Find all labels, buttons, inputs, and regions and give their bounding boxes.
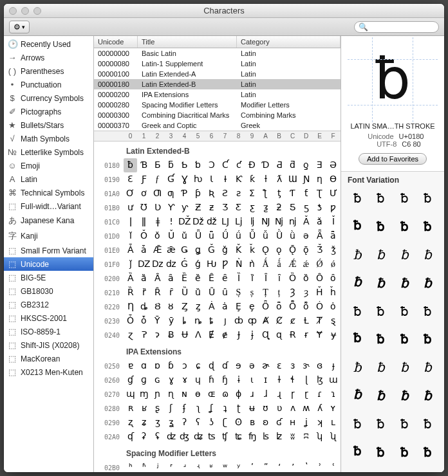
character-cell[interactable]: ɮ [313, 373, 326, 387]
font-variation-item[interactable]: ƀ [348, 218, 368, 240]
character-cell[interactable]: ʎ [313, 401, 326, 416]
character-cell[interactable]: ʵ [191, 461, 205, 472]
font-variation-item[interactable]: ƀ [348, 416, 368, 437]
character-cell[interactable]: Ȫ [259, 300, 272, 314]
character-cell[interactable]: ɗ [218, 359, 232, 373]
character-cell[interactable]: ȣ [164, 300, 178, 314]
character-cell[interactable]: ʮ [313, 430, 326, 444]
font-variation-item[interactable]: ƀ [395, 275, 415, 297]
character-cell[interactable]: ɶ [205, 387, 218, 401]
character-cell[interactable]: ɳ [164, 387, 178, 401]
character-cell[interactable]: Ȗ [205, 286, 218, 300]
character-cell[interactable]: Ə [326, 158, 340, 172]
character-cell[interactable]: Ⱦ [313, 314, 326, 328]
character-cell[interactable]: ɿ [326, 387, 340, 401]
character-cell[interactable]: ʪ [259, 430, 272, 444]
character-cell[interactable]: ǧ [218, 243, 232, 257]
character-cell[interactable]: ʲ [151, 461, 164, 472]
character-cell[interactable]: Ȯ [313, 300, 326, 314]
character-cell[interactable]: ʒ [151, 416, 164, 430]
character-cell[interactable]: ʖ [205, 416, 218, 430]
character-cell[interactable]: ʴ [178, 461, 191, 472]
character-cell[interactable]: ƪ [259, 187, 272, 201]
character-cell[interactable]: ɞ [313, 359, 326, 373]
character-cell[interactable]: ȝ [299, 286, 313, 300]
character-cell[interactable]: ȓ [164, 286, 178, 300]
character-cell[interactable]: Ƽ [286, 201, 299, 215]
character-cell[interactable]: ɕ [191, 359, 205, 373]
character-cell[interactable]: Ȁ [124, 271, 137, 286]
character-cell[interactable]: Ƀ [164, 328, 178, 342]
font-variation-item[interactable]: ƀ [418, 218, 438, 240]
character-cell[interactable]: ǁ [137, 215, 151, 229]
character-cell[interactable]: ȿ [326, 314, 340, 328]
character-cell[interactable]: ƨ [232, 187, 245, 201]
character-cell[interactable]: Ǟ [313, 229, 326, 243]
character-cell[interactable]: ɾ [313, 387, 326, 401]
table-row[interactable]: 00000000Basic LatinLatin [94, 48, 341, 59]
character-cell[interactable]: ʋ [272, 401, 286, 416]
font-variation-item[interactable]: ƀ [371, 331, 391, 352]
character-cell[interactable]: Ɩ [205, 172, 218, 187]
font-variation-item[interactable]: ƀ [395, 416, 415, 437]
font-variation-item[interactable]: ƀ [371, 246, 391, 268]
sidebar-item[interactable]: ⬚Shift-JIS (X0208) [4, 338, 93, 352]
character-cell[interactable]: ɬ [286, 373, 299, 387]
character-cell[interactable]: Ȓ [151, 286, 164, 300]
character-cell[interactable]: ɍ [299, 328, 313, 342]
character-cell[interactable]: ɷ [218, 387, 232, 401]
character-cell[interactable]: ʶ [205, 461, 218, 472]
character-cell[interactable]: Ɔ [205, 158, 218, 172]
character-cell[interactable]: Ǡ [124, 243, 137, 257]
character-cell[interactable]: ʁ [137, 401, 151, 416]
sidebar-item[interactable]: •Punctuation [4, 78, 93, 91]
character-cell[interactable]: ɇ [218, 328, 232, 342]
table-row[interactable]: 00000180Latin Extended-BLatin [94, 79, 341, 89]
sidebar-item[interactable]: ⬚MacKorean [4, 352, 93, 365]
character-cell[interactable]: Ƴ [164, 201, 178, 215]
character-cell[interactable]: ǲ [151, 257, 164, 271]
character-cell[interactable]: Ʉ [178, 328, 191, 342]
character-cell[interactable]: ɐ [124, 359, 137, 373]
character-cell[interactable]: ǻ [272, 257, 286, 271]
character-grid[interactable]: Latin Extended-B0180ƀƁƂƃƄƅƆƇƈƉƊƋƌƍƎƏ0190… [94, 142, 341, 472]
character-cell[interactable]: ǒ [151, 229, 164, 243]
table-row[interactable]: 00000100Latin Extended-ALatin [94, 69, 341, 79]
character-cell[interactable]: Ɓ [137, 158, 151, 172]
character-cell[interactable]: Ȼ [272, 314, 286, 328]
font-variation-item[interactable]: ƀ [395, 303, 415, 325]
character-cell[interactable]: Ƚ [299, 314, 313, 328]
character-cell[interactable]: ʤ [178, 430, 191, 444]
add-to-favorites-button[interactable]: Add to Favorites [359, 153, 427, 165]
character-cell[interactable]: Ƞ [124, 300, 137, 314]
character-cell[interactable]: ƛ [272, 172, 286, 187]
character-cell[interactable]: Ƿ [218, 257, 232, 271]
font-variation-item[interactable]: ƀ [418, 275, 438, 297]
character-cell[interactable]: ɹ [245, 387, 259, 401]
character-cell[interactable]: Ȥ [178, 300, 191, 314]
character-cell[interactable]: ȥ [191, 300, 205, 314]
character-cell[interactable]: ʑ [137, 416, 151, 430]
character-cell[interactable]: ƞ [313, 172, 326, 187]
sidebar-item[interactable]: №Letterlike Symbols [4, 145, 93, 159]
character-cell[interactable]: ǡ [137, 243, 151, 257]
character-cell[interactable]: ʏ [326, 401, 340, 416]
search-input[interactable] [371, 23, 434, 31]
character-cell[interactable]: ƥ [191, 187, 205, 201]
sidebar-item[interactable]: ( )Parentheses [4, 64, 93, 78]
character-cell[interactable]: ȍ [299, 271, 313, 286]
character-cell[interactable]: Ư [326, 187, 340, 201]
character-cell[interactable]: Ƣ [151, 187, 164, 201]
character-cell[interactable]: ƒ [151, 172, 164, 187]
character-cell[interactable]: ɨ [232, 373, 245, 387]
table-row[interactable]: 00000200IPA ExtensionsLatin [94, 89, 341, 100]
character-cell[interactable]: ȃ [164, 271, 178, 286]
character-cell[interactable]: ʊ [259, 401, 272, 416]
character-cell[interactable]: ʂ [151, 401, 164, 416]
character-cell[interactable]: ǜ [286, 229, 299, 243]
character-cell[interactable]: Ǖ [191, 229, 205, 243]
font-variation-item[interactable]: ƀ [395, 218, 415, 240]
character-cell[interactable]: Ȍ [286, 271, 299, 286]
character-cell[interactable]: ƚ [259, 172, 272, 187]
character-cell[interactable]: Ʌ [191, 328, 205, 342]
